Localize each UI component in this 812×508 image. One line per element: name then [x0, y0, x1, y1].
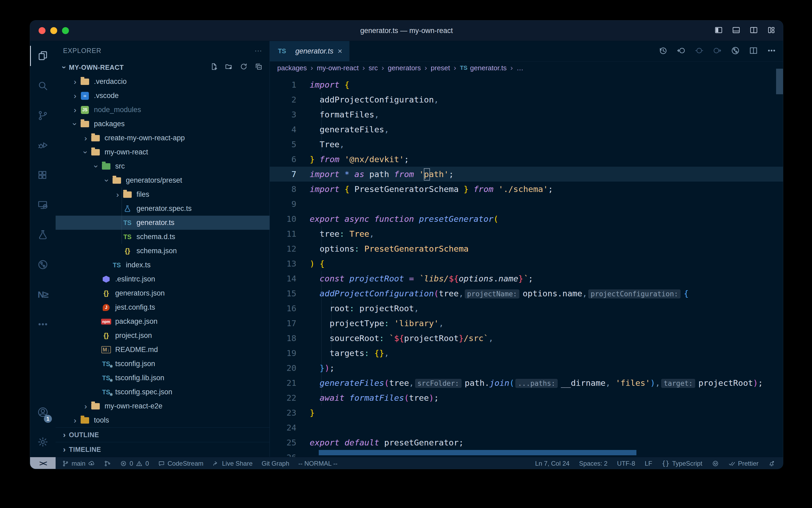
line-number: 25 — [270, 435, 310, 450]
typescript-file-icon: TS — [277, 47, 287, 56]
status-right-prettier[interactable]: Prettier — [728, 460, 759, 467]
status-right-bell[interactable] — [768, 460, 775, 467]
layout-panel-button[interactable] — [732, 26, 741, 35]
editor-group: TS generator.ts × packages›my-own-react›… — [270, 41, 783, 457]
activity-git-graph[interactable] — [30, 250, 56, 280]
activity-extensions[interactable] — [30, 160, 56, 190]
tree-item-tsconfig-lib-json[interactable]: ›TStsconfig.lib.json — [56, 371, 270, 385]
breadcrumb-item[interactable]: … — [516, 64, 523, 72]
tree-item-package-json[interactable]: ›npmpackage.json — [56, 314, 270, 329]
activity-settings[interactable] — [30, 427, 56, 457]
nav-back-button[interactable] — [677, 46, 686, 56]
tree-item-readme-md[interactable]: ›M↓README.md — [56, 343, 270, 357]
tree-item--vscode[interactable]: ›‹›.vscode — [56, 89, 270, 103]
tree-item-index-ts[interactable]: ›TSindex.ts — [56, 258, 270, 272]
tree-item-tools[interactable]: ›tools — [56, 413, 270, 427]
status-left-git-graph[interactable]: Git Graph — [261, 460, 289, 467]
layout-grid-button[interactable] — [767, 26, 775, 35]
extensions-icon — [37, 170, 48, 181]
minimize-window-button[interactable] — [50, 27, 57, 34]
activity-remote-explorer[interactable] — [30, 190, 56, 220]
status-left-workflow[interactable] — [104, 460, 111, 467]
accounts-badge: 1 — [44, 415, 52, 423]
new-file-button[interactable] — [210, 62, 218, 72]
activity-run-and-debug[interactable] — [30, 130, 56, 160]
tree-item-generators-json[interactable]: ›{}generators.json — [56, 286, 270, 300]
collapse-all-button[interactable] — [255, 62, 262, 72]
status-right-ln-7-col-24[interactable]: Ln 7, Col 24 — [535, 460, 569, 467]
tree-item-generator-spec-ts[interactable]: ›generator.spec.ts — [56, 202, 270, 216]
breadcrumb-item[interactable]: generators — [388, 64, 421, 72]
status-right-lf[interactable]: LF — [644, 460, 652, 467]
chevron-right-icon: › — [113, 190, 122, 199]
activity-accounts[interactable]: 1 — [30, 397, 56, 427]
remote-indicator[interactable]: >< — [30, 457, 56, 469]
breadcrumb-item[interactable]: src — [369, 64, 378, 72]
tree-item-generator-ts[interactable]: ›TSgenerator.ts — [56, 216, 270, 230]
tree-item-create-my-own-react-app[interactable]: ›create-my-own-react-app — [56, 131, 270, 145]
tree-item-tsconfig-json[interactable]: ›TStsconfig.json — [56, 357, 270, 371]
project-section-header[interactable]: › MY-OWN-REACT — [56, 60, 270, 75]
status-left-live-share[interactable]: Live Share — [212, 460, 252, 467]
status-left--normal-[interactable]: -- NORMAL -- — [298, 460, 337, 467]
graph-circle-button[interactable] — [731, 46, 740, 56]
close-tab-icon[interactable]: × — [338, 47, 342, 55]
tree-item-files[interactable]: ›files — [56, 187, 270, 202]
tree-item-src[interactable]: ›src — [56, 159, 270, 173]
explorer-more-icon[interactable]: ··· — [255, 47, 262, 54]
code-line-22: 22 await formatFiles(tree); — [270, 390, 783, 405]
inlay-hint: projectName: — [465, 289, 520, 298]
tree-item-node-modules[interactable]: ›JSnode_modules — [56, 103, 270, 117]
status-right-octoface[interactable] — [712, 460, 719, 467]
split-button[interactable] — [749, 46, 758, 56]
breadcrumb-separator: › — [363, 64, 365, 72]
status-right-utf-8[interactable]: UTF-8 — [617, 460, 635, 467]
octoface-icon — [712, 460, 719, 467]
vscode-folder-icon: ‹› — [81, 92, 89, 100]
status-left-main[interactable]: main — [62, 460, 95, 467]
breadcrumb-item[interactable]: my-own-react — [317, 64, 359, 72]
new-folder-button[interactable] — [225, 62, 233, 72]
tree-item-schema-json[interactable]: ›{}schema.json — [56, 244, 270, 258]
tree-item-my-own-react[interactable]: ›my-own-react — [56, 145, 270, 159]
status-right-typescript[interactable]: {}TypeScript — [662, 460, 702, 467]
activity-explorer[interactable] — [30, 41, 56, 71]
breadcrumb-item[interactable]: preset — [431, 64, 450, 72]
activity-testing[interactable] — [30, 220, 56, 250]
code-editor[interactable]: 1import {2 addProjectConfiguration,3 for… — [270, 74, 783, 457]
nav-forward-button[interactable] — [713, 46, 722, 56]
breadcrumb-item[interactable]: packages — [277, 64, 307, 72]
tree-item--eslintrc-json[interactable]: ›.eslintrc.json — [56, 272, 270, 286]
activity-nx-console[interactable]: N≥ — [30, 280, 56, 309]
close-window-button[interactable] — [39, 27, 46, 34]
tree-item--verdaccio[interactable]: ›.verdaccio — [56, 75, 270, 89]
horizontal-scrollbar[interactable] — [319, 450, 636, 455]
tree-item-tsconfig-spec-json[interactable]: ›TStsconfig.spec.json — [56, 385, 270, 399]
tree-item-jest-config-ts[interactable]: ›Jjest.config.ts — [56, 300, 270, 314]
history-button[interactable] — [659, 46, 668, 56]
activity-source-control[interactable] — [30, 101, 56, 130]
zoom-window-button[interactable] — [62, 27, 69, 34]
activity-search[interactable] — [30, 71, 56, 101]
layout-split-button[interactable] — [750, 26, 758, 35]
status-left-0[interactable]: 00 — [120, 460, 149, 467]
code-line-16: 16 root: projectRoot, — [270, 301, 783, 316]
vertical-scrollbar[interactable] — [776, 69, 783, 94]
section-outline[interactable]: ›OUTLINE — [56, 427, 270, 442]
activity-additional-views[interactable] — [30, 309, 56, 339]
layout-sidebar-button[interactable] — [714, 26, 723, 35]
status-right-spaces-2[interactable]: Spaces: 2 — [579, 460, 608, 467]
tab-generator-ts[interactable]: TS generator.ts × — [270, 41, 349, 61]
refresh-button[interactable] — [240, 62, 248, 72]
tree-item-project-json[interactable]: ›{}project.json — [56, 329, 270, 343]
breadcrumb-item[interactable]: TSgenerator.ts — [460, 64, 507, 72]
tree-item-schema-d-ts[interactable]: ›TSschema.d.ts — [56, 230, 270, 244]
more-button[interactable] — [767, 46, 776, 56]
nav-circle-button[interactable] — [695, 46, 704, 56]
gear-icon — [37, 436, 48, 448]
tree-item-generators-preset[interactable]: ›generators/preset — [56, 173, 270, 187]
tree-item-packages[interactable]: ›packages — [56, 117, 270, 131]
tree-item-my-own-react-e2e[interactable]: ›my-own-react-e2e — [56, 399, 270, 413]
section-timeline[interactable]: ›TIMELINE — [56, 442, 270, 457]
status-left-codestream[interactable]: CodeStream — [158, 460, 203, 467]
